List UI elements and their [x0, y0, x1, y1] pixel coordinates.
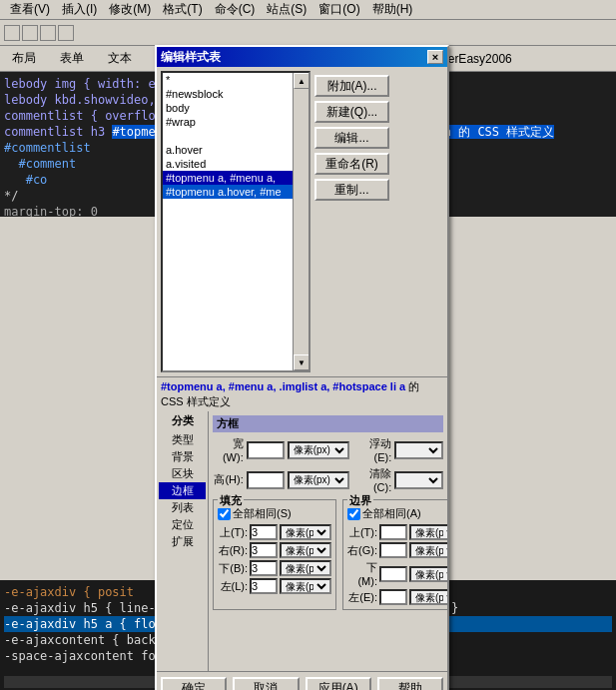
padding-bottom-unit[interactable]: 像素(px) — [280, 560, 331, 576]
margin-left-label: 左(E): — [347, 590, 377, 605]
margin-same-label: 全部相同(A) — [362, 506, 421, 521]
margin-top-row: 上(T): 像素(px) — [347, 524, 447, 540]
cancel-button[interactable]: 取消 — [233, 677, 299, 690]
height-unit-select[interactable]: 像素(px) — [288, 471, 349, 489]
cat-item-block[interactable]: 区块 — [159, 465, 206, 482]
rename-button[interactable]: 重命名(R) — [314, 153, 389, 175]
padding-top-label: 上(T): — [218, 525, 248, 540]
dialog-title: 编辑样式表 — [161, 49, 221, 66]
section-title: 方框 — [213, 415, 443, 432]
category-title: 分类 — [159, 413, 206, 428]
margin-top-unit[interactable]: 像素(px) — [409, 524, 447, 540]
padding-right-label: 右(R): — [218, 543, 248, 558]
margin-top-input[interactable] — [379, 524, 407, 540]
margin-same-checkbox[interactable] — [347, 507, 360, 520]
selector-list-container[interactable]: * #newsblock body #wrap a.hover a.visite… — [161, 71, 310, 372]
selector-item[interactable]: #wrap — [163, 115, 308, 129]
padding-bottom-label: 下(B): — [218, 561, 248, 576]
dialog-titlebar: 编辑样式表 × — [157, 47, 447, 67]
cat-item-border[interactable]: 边框 — [159, 482, 206, 499]
margin-bottom-label: 下(M): — [347, 560, 377, 587]
padding-bottom-row: 下(B): 像素(px) — [218, 560, 331, 576]
width-input[interactable] — [247, 441, 285, 459]
margin-section: 边界 全部相同(A) 上(T): 像素(px) — [342, 499, 447, 610]
props-panel: 方框 宽(W): 像素(px) 浮动(E): — [209, 411, 447, 671]
margin-right-row: 右(G): 像素(px) — [347, 542, 447, 558]
height-input[interactable] — [247, 471, 285, 489]
padding-same-checkbox[interactable] — [218, 507, 231, 520]
margin-right-input[interactable] — [379, 542, 407, 558]
selector-item-selected2[interactable]: #topmenu a.hover, #me — [163, 185, 308, 199]
selector-item[interactable]: a.visited — [163, 157, 308, 171]
margin-same-row: 全部相同(A) — [347, 506, 447, 521]
margin-right-label: 右(G): — [347, 543, 377, 558]
dialog-body: * #newsblock body #wrap a.hover a.visite… — [157, 67, 447, 376]
dialog-footer: 确定 取消 应用(A) 帮助 — [157, 671, 447, 690]
css-def-bar: #topmenu a, #menu a, .imglist a, #hotspa… — [157, 376, 447, 411]
category-panel: 分类 类型 背景 区块 边框 列表 定位 扩展 — [157, 411, 209, 671]
padding-bottom-input[interactable] — [250, 560, 278, 576]
edit-button[interactable]: 编辑... — [314, 127, 389, 149]
scroll-up-arrow[interactable]: ▲ — [294, 73, 309, 89]
reset-button[interactable]: 重制... — [314, 179, 389, 201]
padding-top-row: 上(T): 像素(px) — [218, 524, 331, 540]
selector-item-selected1[interactable]: #topmenu a, #menu a, — [163, 171, 308, 185]
margin-left-unit[interactable]: 像素(px) — [409, 589, 447, 605]
props-section: 分类 类型 背景 区块 边框 列表 定位 扩展 方框 — [157, 411, 447, 671]
clear-select[interactable] — [394, 471, 443, 489]
padding-top-unit[interactable]: 像素(px) — [280, 524, 331, 540]
modal-overlay: 编辑样式表 × * #newsblock body #wrap a.hover — [0, 0, 616, 690]
add-button[interactable]: 附加(A)... — [314, 75, 389, 97]
height-row: 高(H): 像素(px) 清除(C): — [213, 466, 443, 493]
main-editor: 查看(V) 插入(I) 修改(M) 格式(T) 命令(C) 站点(S) 窗口(O… — [0, 0, 616, 690]
scroll-track — [294, 89, 308, 354]
margin-right-unit[interactable]: 像素(px) — [409, 542, 447, 558]
margin-top-label: 上(T): — [347, 525, 377, 540]
height-label: 高(H): — [213, 472, 244, 487]
cat-item-type[interactable]: 类型 — [159, 431, 206, 448]
padding-left-row: 左(L): 像素(px) — [218, 578, 331, 594]
width-row: 宽(W): 像素(px) 浮动(E): — [213, 436, 443, 463]
width-unit-select[interactable]: 像素(px) — [288, 441, 349, 459]
padding-same-row: 全部相同(S) — [218, 506, 331, 521]
padding-left-label: 左(L): — [218, 579, 248, 594]
selector-item[interactable]: #newsblock — [163, 87, 308, 101]
cat-item-extend[interactable]: 扩展 — [159, 533, 206, 550]
selector-item[interactable]: * — [163, 73, 308, 87]
css-editor-dialog: 编辑样式表 × * #newsblock body #wrap a.hover — [155, 45, 449, 690]
css-selector-text: #topmenu a, #menu a, .imglist a, #hotspa… — [161, 380, 405, 392]
padding-right-unit[interactable]: 像素(px) — [280, 542, 331, 558]
cat-item-list[interactable]: 列表 — [159, 499, 206, 516]
float-label: 浮动(E): — [352, 436, 392, 463]
scroll-down-arrow[interactable]: ▼ — [294, 354, 309, 370]
category-list: 类型 背景 区块 边框 列表 定位 扩展 — [159, 431, 206, 550]
dialog-close-button[interactable]: × — [427, 50, 443, 64]
padding-margin-grid: 填充 全部相同(S) 上(T): 像素(px) — [213, 499, 443, 610]
selector-item[interactable] — [163, 129, 308, 143]
margin-title: 边界 — [347, 493, 373, 508]
padding-same-label: 全部相同(S) — [233, 506, 292, 521]
selector-item[interactable]: body — [163, 101, 308, 115]
cat-item-bg[interactable]: 背景 — [159, 448, 206, 465]
margin-bottom-input[interactable] — [379, 566, 407, 582]
margin-bottom-unit[interactable]: 像素(px) — [409, 566, 447, 582]
width-label: 宽(W): — [213, 436, 244, 463]
ok-button[interactable]: 确定 — [161, 677, 227, 690]
button-panel: 附加(A)... 新建(Q)... 编辑... 重命名(R) 重制... — [314, 71, 389, 372]
apply-button[interactable]: 应用(A) — [306, 677, 371, 690]
selector-item[interactable]: a.hover — [163, 143, 308, 157]
cat-item-position[interactable]: 定位 — [159, 516, 206, 533]
margin-bottom-row: 下(M): 像素(px) — [347, 560, 447, 587]
padding-left-unit[interactable]: 像素(px) — [280, 578, 331, 594]
margin-left-input[interactable] — [379, 589, 407, 605]
new-button[interactable]: 新建(Q)... — [314, 101, 389, 123]
float-select[interactable] — [394, 441, 443, 459]
padding-right-input[interactable] — [250, 542, 278, 558]
help-button[interactable]: 帮助 — [377, 677, 443, 690]
padding-left-input[interactable] — [250, 578, 278, 594]
padding-top-input[interactable] — [250, 524, 278, 540]
margin-left-row: 左(E): 像素(px) — [347, 589, 447, 605]
scrollbar-v[interactable]: ▲ ▼ — [293, 73, 308, 370]
padding-section: 填充 全部相同(S) 上(T): 像素(px) — [213, 499, 336, 610]
padding-right-row: 右(R): 像素(px) — [218, 542, 331, 558]
